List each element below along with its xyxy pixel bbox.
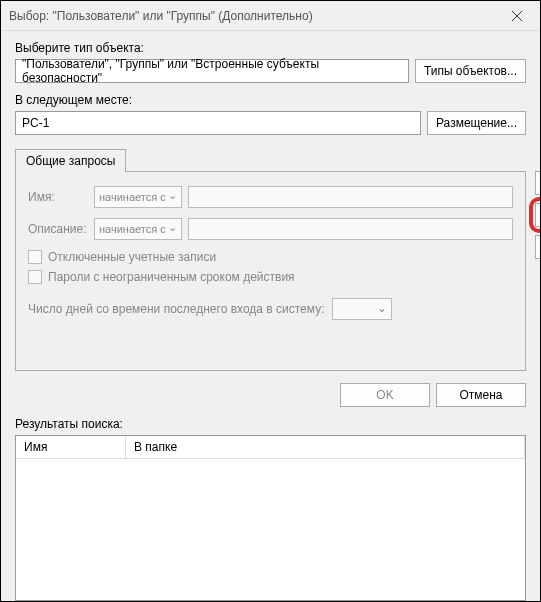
description-input[interactable] — [188, 218, 513, 240]
results-table[interactable]: Имя В папке — [15, 435, 526, 601]
columns-button[interactable]: Столбцы... — [535, 171, 541, 195]
object-type-input[interactable]: "Пользователи", "Группы" или "Встроенные… — [15, 59, 409, 83]
object-type-label: Выберите тип объекта: — [15, 41, 526, 55]
tab-common-queries[interactable]: Общие запросы — [15, 149, 126, 172]
close-icon — [512, 11, 522, 21]
non-expiring-passwords-checkbox[interactable] — [28, 270, 42, 284]
column-name[interactable]: Имя — [16, 436, 126, 459]
cancel-button[interactable]: Отмена — [436, 383, 526, 407]
name-label: Имя: — [28, 190, 88, 204]
disabled-accounts-label: Отключенные учетные записи — [48, 250, 216, 264]
name-input[interactable] — [188, 186, 513, 208]
search-highlight: Поиск — [529, 197, 541, 233]
results-label: Результаты поиска: — [15, 417, 526, 431]
column-folder[interactable]: В папке — [126, 436, 525, 459]
tab-body: Имя: начинается с Описание: начинается с — [15, 171, 526, 371]
search-button[interactable]: Поиск — [535, 203, 541, 227]
description-match-dropdown[interactable]: начинается с — [94, 218, 182, 240]
ok-button[interactable]: OK — [340, 383, 430, 407]
titlebar: Выбор: "Пользователи" или "Группы" (Допо… — [1, 1, 540, 31]
disabled-accounts-checkbox[interactable] — [28, 250, 42, 264]
location-input[interactable]: PC-1 — [15, 111, 421, 135]
stop-button[interactable]: Стоп — [535, 235, 541, 259]
days-label: Число дней со времени последнего входа в… — [28, 302, 324, 316]
location-label: В следующем месте: — [15, 93, 526, 107]
object-types-button[interactable]: Типы объектов... — [415, 59, 526, 83]
close-button[interactable] — [502, 1, 532, 31]
locations-button[interactable]: Размещение... — [427, 111, 526, 135]
location-value: PC-1 — [22, 116, 49, 130]
name-match-dropdown[interactable]: начинается с — [94, 186, 182, 208]
days-dropdown[interactable] — [332, 298, 392, 320]
object-type-value: "Пользователи", "Группы" или "Встроенные… — [22, 57, 402, 85]
non-expiring-passwords-label: Пароли с неограниченным сроком действия — [48, 270, 295, 284]
window-title: Выбор: "Пользователи" или "Группы" (Допо… — [9, 9, 502, 23]
description-label: Описание: — [28, 222, 88, 236]
